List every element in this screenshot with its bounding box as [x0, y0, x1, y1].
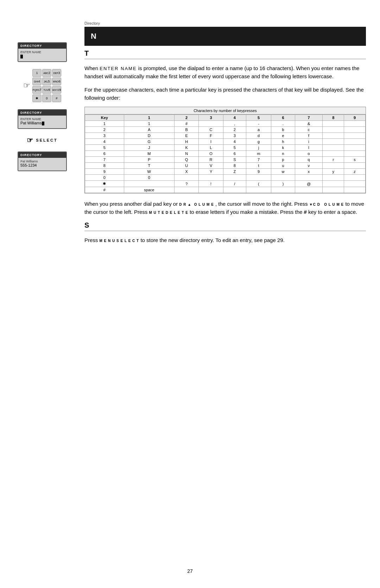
table-cell-r4-c3: L [199, 145, 223, 151]
table-cell-r11-c6 [271, 187, 295, 193]
table-row: ✱?!/()@ [85, 181, 366, 187]
table-cell-r1-c9 [344, 127, 366, 133]
table-cell-r1-c3: C [199, 127, 223, 133]
table-cell-r8-c9: z [344, 169, 366, 175]
table-cell-r4-c0: 5 [85, 145, 124, 151]
key-star[interactable]: ✱ [32, 94, 42, 102]
table-cell-r11-c9 [344, 187, 366, 193]
dr-olume-label: D R ▲ O L U M E [179, 203, 214, 206]
table-cell-r9-c5 [246, 175, 271, 181]
table-cell-r0-c9 [344, 121, 366, 127]
table-cell-r2-c5: d [246, 133, 271, 139]
table-cell-r7-c9 [344, 163, 366, 169]
key-3[interactable]: DEF3 [52, 69, 61, 77]
table-cell-r1-c4: 2 [223, 127, 246, 133]
table-cell-r8-c0: 9 [85, 169, 124, 175]
table-cell-r5-c4: 6 [223, 151, 246, 157]
table-cell-r3-c1: G [124, 139, 174, 145]
table-cell-r1-c7: c [295, 127, 323, 133]
table-row: #space [85, 187, 366, 193]
paragraph-s: Press M E N U S E L E C T to store the n… [84, 236, 366, 244]
table-cell-r4-c1: J [124, 145, 174, 151]
display3-line2: 555-1234 [20, 163, 64, 167]
divider-S [84, 231, 366, 231]
table-cell-r10-c5: ( [246, 181, 271, 187]
table-cell-r9-c6 [271, 175, 295, 181]
key-5[interactable]: JKL5 [42, 78, 51, 85]
character-table-wrapper: Characters by number of keypresses Key 1… [84, 107, 366, 193]
table-cell-r8-c8: y [323, 169, 344, 175]
key-1[interactable]: 1 [32, 69, 42, 77]
table-cell-r9-c7 [295, 175, 323, 181]
main-content: Directory N T When ENTER NAME is prompte… [84, 21, 366, 249]
table-cell-r7-c5: t [246, 163, 271, 169]
table-cell-r6-c3: R [199, 157, 223, 163]
table-row: 6MNO6mno [85, 151, 366, 157]
table-cell-r10-c0: ✱ [85, 181, 124, 187]
col-header-6: 6 [271, 115, 295, 121]
section-S: S [84, 221, 366, 229]
keypad-grid[interactable]: 1 ABC2 DEF3 GHI4 JKL5 MNO6 PQRS7 TUV8 WX… [32, 69, 61, 102]
table-cell-r2-c1: D [124, 133, 174, 139]
display2-line2: Pat Williams [20, 121, 64, 125]
table-cell-r3-c4: 4 [223, 139, 246, 145]
display1-header: DIRECTORY [18, 43, 66, 49]
table-cell-r10-c3: ! [199, 181, 223, 187]
table-cell-r10-c4: / [223, 181, 246, 187]
table-cell-r4-c2: K [174, 145, 198, 151]
table-cell-r5-c3: O [199, 151, 223, 157]
table-cell-r2-c2: E [174, 133, 198, 139]
table-cell-r9-c2 [174, 175, 198, 181]
table-cell-r4-c6: k [271, 145, 295, 151]
col-header-1: 1 [124, 115, 174, 121]
cursor2 [42, 122, 44, 125]
select-label: SELECT [36, 138, 57, 142]
col-header-9: 9 [344, 115, 366, 121]
table-cell-r10-c8 [323, 181, 344, 187]
phone-display-3: DIRECTORY Pat Williams 555-1234 [18, 151, 67, 171]
table-cell-r0-c2: # [174, 121, 198, 127]
table-cell-r2-c3: F [199, 133, 223, 139]
key-0[interactable]: 0 [42, 94, 51, 102]
table-cell-r2-c6: e [271, 133, 295, 139]
table-cell-r0-c3 [199, 121, 223, 127]
table-cell-r3-c5: g [246, 139, 271, 145]
table-cell-r9-c1: 0 [124, 175, 174, 181]
key-8[interactable]: TUV8 [42, 86, 51, 94]
key-9[interactable]: WXYZ9 [52, 86, 61, 94]
table-cell-r5-c6: n [271, 151, 295, 157]
table-cell-r10-c2: ? [174, 181, 198, 187]
table-cell-r5-c7: o [295, 151, 323, 157]
table-cell-r8-c6: w [271, 169, 295, 175]
section-label-directory: Directory [84, 21, 366, 25]
col-header-8: 8 [323, 115, 344, 121]
table-row: 11#,-.& [85, 121, 366, 127]
table-cell-r9-c9 [344, 175, 366, 181]
table-cell-r8-c7: x [295, 169, 323, 175]
table-cell-r8-c1: W [124, 169, 174, 175]
key-6[interactable]: MNO6 [52, 78, 61, 85]
character-table: Key 1 2 3 4 5 6 7 8 9 11#,-.&2ABC2abc3DE… [85, 114, 366, 193]
table-cell-r7-c0: 8 [85, 163, 124, 169]
paragraph2: For the uppercase characters, each time … [84, 86, 366, 102]
table-cell-r6-c2: Q [174, 157, 198, 163]
table-cell-r3-c7: i [295, 139, 323, 145]
key-7[interactable]: PQRS7 [32, 86, 42, 94]
cd-olume-label: ▼C D O L U M E [309, 203, 344, 206]
char-table-title: Characters by number of keypresses [85, 107, 366, 114]
key-2[interactable]: ABC2 [42, 69, 51, 77]
key-hash[interactable]: # [52, 94, 61, 102]
key-4[interactable]: GHI4 [32, 78, 42, 85]
table-cell-r6-c8: r [323, 157, 344, 163]
table-row: 3DEF3def [85, 133, 366, 139]
table-cell-r0-c5: - [246, 121, 271, 127]
table-cell-r11-c1: space [124, 187, 174, 193]
table-cell-r11-c3 [199, 187, 223, 193]
table-cell-r3-c9 [344, 139, 366, 145]
table-row: 8TUV8tuv [85, 163, 366, 169]
table-cell-r4-c9 [344, 145, 366, 151]
paragraph1: When ENTER NAME is prompted, use the dia… [84, 64, 366, 81]
table-cell-r7-c3: V [199, 163, 223, 169]
cursor1 [20, 55, 23, 58]
table-cell-r5-c5: m [246, 151, 271, 157]
